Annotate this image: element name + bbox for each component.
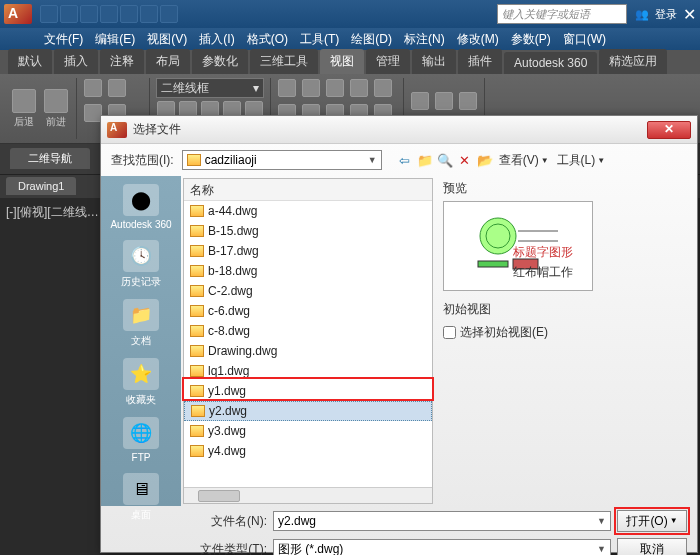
chevron-down-icon: ▼ [597, 516, 606, 526]
menu-params[interactable]: 参数(P) [507, 29, 555, 50]
nav-back-icon[interactable]: ⇦ [396, 151, 414, 169]
forward-label: 前进 [46, 115, 66, 129]
vp-icon[interactable] [278, 79, 296, 97]
nav-up-icon[interactable]: 📁 [416, 151, 434, 169]
sidebar-item-docs[interactable]: 📁文档 [123, 299, 159, 348]
view-icon[interactable] [108, 79, 126, 97]
column-header-name[interactable]: 名称 [184, 179, 432, 201]
tab-layout[interactable]: 布局 [146, 49, 190, 74]
tab-default[interactable]: 默认 [8, 49, 52, 74]
menu-view[interactable]: 视图(V) [143, 29, 191, 50]
app-logo-icon[interactable] [4, 4, 32, 24]
view-icon[interactable] [84, 79, 102, 97]
close-button[interactable]: ✕ [647, 121, 691, 139]
svg-text:红布帽工作: 红布帽工作 [513, 265, 573, 279]
exchange-icon[interactable]: ✕ [683, 5, 696, 24]
file-row[interactable]: Drawing.dwg [184, 341, 432, 361]
initial-view-checkbox[interactable] [443, 326, 456, 339]
cancel-button[interactable]: 取消 [617, 538, 687, 555]
qat-redo-icon[interactable] [160, 5, 178, 23]
filename-input[interactable]: y2.dwg ▼ [273, 511, 611, 531]
visual-style-dropdown[interactable]: 二维线框▾ [156, 78, 264, 98]
file-row[interactable]: y4.dwg [184, 441, 432, 461]
file-name: B-15.dwg [208, 224, 259, 238]
delete-icon[interactable]: ✕ [456, 151, 474, 169]
subtab-2dnav[interactable]: 二维导航 [10, 148, 90, 169]
dialog-titlebar: 选择文件 ✕ [101, 116, 697, 144]
history-icon: 🕓 [123, 240, 159, 272]
qat-open-icon[interactable] [60, 5, 78, 23]
tab-a360[interactable]: Autodesk 360 [504, 52, 597, 74]
coord-icon[interactable] [411, 92, 429, 110]
open-button[interactable]: 打开(O)▼ [617, 510, 687, 532]
dialog-footer: 文件名(N): y2.dwg ▼ 打开(O)▼ 文件类型(T): 图形 (*.d… [101, 506, 697, 555]
qat-undo-icon[interactable] [140, 5, 158, 23]
tools-menu-button[interactable]: 工具(L)▼ [554, 152, 609, 169]
file-row[interactable]: a-44.dwg [184, 201, 432, 221]
doc-tab-drawing1[interactable]: Drawing1 [6, 177, 76, 195]
tab-insert[interactable]: 插入 [54, 49, 98, 74]
chevron-down-icon: ▼ [541, 156, 549, 165]
vp-icon[interactable] [326, 79, 344, 97]
file-row[interactable]: B-15.dwg [184, 221, 432, 241]
filetype-dropdown[interactable]: 图形 (*.dwg) ▼ [273, 539, 611, 555]
file-row[interactable]: lq1.dwg [184, 361, 432, 381]
menu-tools[interactable]: 工具(T) [296, 29, 343, 50]
tab-manage[interactable]: 管理 [366, 49, 410, 74]
preview-pane: 预览 标题字图形 红布帽工作 初始视图 [435, 176, 697, 506]
menu-modify[interactable]: 修改(M) [453, 29, 503, 50]
view-menu-button[interactable]: 查看(V)▼ [496, 152, 552, 169]
tab-tools3d[interactable]: 三维工具 [250, 49, 318, 74]
menu-window[interactable]: 窗口(W) [559, 29, 610, 50]
search-input[interactable]: 键入关键字或短语 [497, 4, 627, 24]
search-icon[interactable]: 🔍 [436, 151, 454, 169]
vp-icon[interactable] [374, 79, 392, 97]
tab-plugins[interactable]: 插件 [458, 49, 502, 74]
coord-icon[interactable] [435, 92, 453, 110]
qat-new-icon[interactable] [40, 5, 58, 23]
file-row[interactable]: y1.dwg [184, 381, 432, 401]
qat-saveas-icon[interactable] [100, 5, 118, 23]
file-row[interactable]: y3.dwg [184, 421, 432, 441]
lookin-dropdown[interactable]: cadziliaoji ▼ [182, 150, 382, 170]
chevron-down-icon: ▼ [597, 544, 606, 554]
file-row[interactable]: c-6.dwg [184, 301, 432, 321]
back-button[interactable]: 后退 [10, 89, 38, 129]
menu-dimension[interactable]: 标注(N) [400, 29, 449, 50]
dwg-file-icon [190, 425, 204, 437]
sidebar-item-a360[interactable]: ⬤Autodesk 360 [110, 184, 171, 230]
newfolder-icon[interactable]: 📂 [476, 151, 494, 169]
tab-view[interactable]: 视图 [320, 49, 364, 74]
viewport-label[interactable]: [-][俯视][二维线… [6, 205, 99, 219]
menu-insert[interactable]: 插入(I) [195, 29, 238, 50]
menu-draw[interactable]: 绘图(D) [347, 29, 396, 50]
horizontal-scrollbar[interactable] [184, 487, 432, 503]
menu-file[interactable]: 文件(F) [40, 29, 87, 50]
tab-featured[interactable]: 精选应用 [599, 49, 667, 74]
account-icon[interactable]: 👥 [635, 8, 649, 21]
file-list[interactable]: 名称 a-44.dwgB-15.dwgB-17.dwgb-18.dwgC-2.d… [183, 178, 433, 504]
file-row[interactable]: c-8.dwg [184, 321, 432, 341]
tab-annotate[interactable]: 注释 [100, 49, 144, 74]
chevron-down-icon: ▼ [368, 155, 377, 165]
qat-save-icon[interactable] [80, 5, 98, 23]
tab-parametric[interactable]: 参数化 [192, 49, 248, 74]
login-button[interactable]: 登录 [655, 7, 677, 22]
tab-output[interactable]: 输出 [412, 49, 456, 74]
sidebar-item-fav[interactable]: ⭐收藏夹 [123, 358, 159, 407]
forward-button[interactable]: 前进 [42, 89, 70, 129]
vp-icon[interactable] [350, 79, 368, 97]
file-row[interactable]: y2.dwg [184, 401, 432, 421]
sidebar-item-history[interactable]: 🕓历史记录 [121, 240, 161, 289]
vp-icon[interactable] [302, 79, 320, 97]
svg-text:标题字图形: 标题字图形 [512, 245, 573, 259]
menu-edit[interactable]: 编辑(E) [91, 29, 139, 50]
file-row[interactable]: B-17.dwg [184, 241, 432, 261]
file-row[interactable]: C-2.dwg [184, 281, 432, 301]
file-row[interactable]: b-18.dwg [184, 261, 432, 281]
dwg-file-icon [190, 305, 204, 317]
coord-icon[interactable] [459, 92, 477, 110]
menu-format[interactable]: 格式(O) [243, 29, 292, 50]
sidebar-item-ftp[interactable]: 🌐FTP [123, 417, 159, 463]
qat-print-icon[interactable] [120, 5, 138, 23]
